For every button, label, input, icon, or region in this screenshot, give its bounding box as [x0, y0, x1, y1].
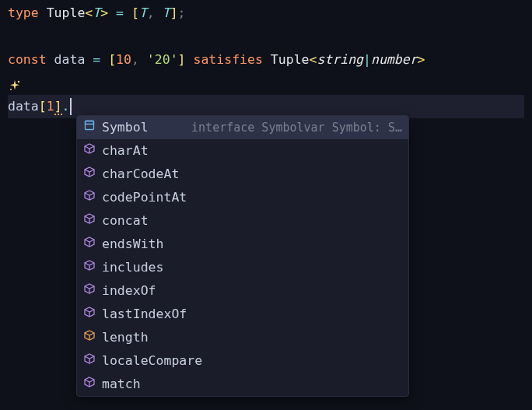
autocomplete-item[interactable]: concat — [77, 209, 408, 233]
autocomplete-item[interactable]: endsWith — [77, 233, 408, 256]
field-icon — [83, 326, 96, 349]
svg-point-1 — [10, 89, 12, 90]
variable-ref: data — [8, 99, 39, 114]
keyword-const: const — [8, 52, 47, 67]
string-literal: '20' — [147, 52, 178, 67]
method-icon — [83, 373, 96, 396]
type-ref: Tuple — [271, 52, 310, 67]
autocomplete-label: charAt — [102, 139, 149, 163]
svg-rect-3 — [86, 121, 94, 124]
method-icon — [83, 186, 96, 209]
number-literal: 10 — [116, 52, 131, 67]
autocomplete-label: includes — [102, 256, 163, 279]
autocomplete-item[interactable]: match — [77, 373, 408, 396]
semicolon: ; — [178, 5, 186, 20]
method-icon — [83, 163, 96, 186]
equals: = — [85, 52, 108, 67]
autocomplete-item[interactable]: charAt — [77, 139, 408, 163]
autocomplete-item[interactable]: length — [77, 326, 408, 349]
array-bracket-close: ] — [178, 52, 186, 67]
square-bracket-close: ] — [170, 5, 178, 20]
autocomplete-label: indexOf — [102, 279, 156, 303]
autocomplete-item[interactable]: localeCompare — [77, 349, 408, 373]
type-var-1: T — [139, 5, 147, 20]
autocomplete-label: length — [102, 326, 149, 349]
sparkle-icon — [8, 77, 22, 91]
autocomplete-item[interactable]: charCodeAt — [77, 163, 408, 186]
comma: , — [131, 52, 147, 67]
generic-param: T — [93, 5, 100, 20]
autocomplete-label: concat — [102, 209, 149, 233]
autocomplete-label: localeCompare — [102, 349, 202, 373]
keyword-type: type — [8, 5, 39, 20]
index-number: 1 — [47, 99, 54, 114]
autocomplete-label: Symbol — [102, 116, 149, 139]
code-line-1: type Tuple<T> = [T, T]; — [8, 2, 524, 25]
autocomplete-item[interactable]: lastIndexOf — [77, 303, 408, 326]
autocomplete-label: match — [102, 373, 141, 396]
method-icon — [83, 209, 96, 233]
method-icon — [83, 256, 96, 279]
comma: , — [147, 5, 163, 20]
type-number: number — [371, 52, 418, 67]
union-pipe: | — [363, 52, 371, 67]
text-cursor — [70, 98, 72, 115]
autocomplete-label: endsWith — [102, 233, 163, 256]
type-var-2: T — [163, 5, 170, 20]
interface-icon — [83, 116, 96, 139]
autocomplete-popup[interactable]: Symbolinterface Symbolvar Symbol: S…char… — [76, 115, 409, 397]
autocomplete-label: codePointAt — [102, 186, 187, 209]
angle-bracket-close: > — [100, 5, 108, 20]
method-icon — [83, 233, 96, 256]
dot-operator: . — [62, 99, 70, 114]
code-line-2-empty — [8, 25, 524, 48]
angle-bracket-open: < — [85, 5, 93, 20]
autocomplete-label: charCodeAt — [102, 163, 179, 186]
code-line-4-sparkle — [8, 72, 524, 95]
method-icon — [83, 349, 96, 373]
index-bracket-close: ] — [54, 99, 62, 115]
autocomplete-item[interactable]: Symbolinterface Symbolvar Symbol: S… — [77, 116, 408, 139]
type-string: string — [317, 52, 363, 67]
method-icon — [83, 279, 96, 303]
autocomplete-item[interactable]: codePointAt — [77, 186, 408, 209]
autocomplete-label: lastIndexOf — [102, 303, 187, 326]
square-bracket-open: [ — [131, 5, 139, 20]
method-icon — [83, 139, 96, 163]
keyword-satisfies: satisfies — [193, 52, 262, 67]
angle-close: > — [418, 52, 425, 67]
array-bracket-open: [ — [108, 52, 116, 67]
angle-open: < — [310, 52, 317, 67]
svg-point-0 — [18, 80, 19, 82]
autocomplete-item[interactable]: indexOf — [77, 279, 408, 303]
svg-rect-2 — [86, 121, 94, 130]
autocomplete-detail: interface Symbolvar Symbol: S… — [176, 117, 402, 138]
method-icon — [83, 303, 96, 326]
code-line-3: const data = [10, '20'] satisfies Tuple<… — [8, 48, 524, 72]
code-editor[interactable]: type Tuple<T> = [T, T]; const data = [10… — [0, 0, 532, 120]
autocomplete-item[interactable]: includes — [77, 256, 408, 279]
type-identifier: Tuple — [47, 5, 86, 20]
equals: = — [108, 5, 131, 20]
index-bracket-open: [ — [39, 99, 47, 114]
variable-name: data — [54, 52, 86, 67]
